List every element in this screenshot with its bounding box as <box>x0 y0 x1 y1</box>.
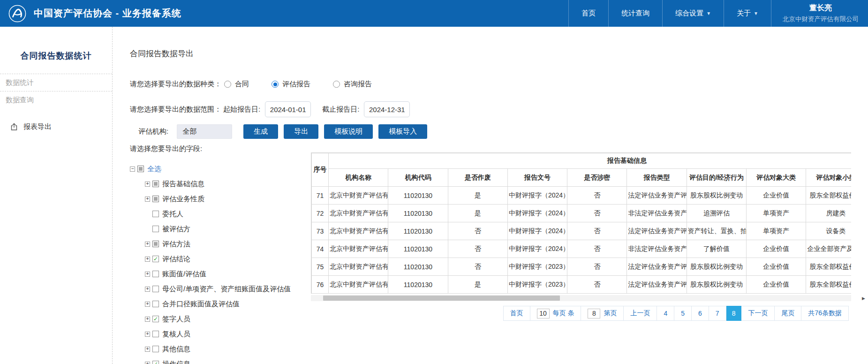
check-icon: ✓ <box>153 316 158 322</box>
page-size-input[interactable] <box>537 309 550 318</box>
expand-icon[interactable]: + <box>145 317 150 322</box>
tree-item-label[interactable]: 报告基础信息 <box>162 180 204 189</box>
table-cell: 中财评报字（2024）第003号 <box>507 205 567 222</box>
expand-icon[interactable]: + <box>145 362 150 364</box>
sidebar-item-data-query[interactable]: 数据查询 <box>0 91 112 108</box>
nav-item[interactable]: 综合设置▼ <box>662 0 724 27</box>
tree-item[interactable]: −全选 <box>130 161 291 176</box>
expand-icon[interactable]: + <box>145 197 150 202</box>
expand-icon[interactable]: + <box>145 182 150 187</box>
page-next-button[interactable]: 下一页 <box>741 306 775 321</box>
export-button[interactable]: 导出 <box>284 124 318 139</box>
nav-item[interactable]: 统计查询 <box>608 0 662 27</box>
radio-selected-icon[interactable] <box>272 81 279 88</box>
generate-button[interactable]: 生成 <box>243 124 278 139</box>
tree-item[interactable]: +✓评估结论 <box>145 251 291 266</box>
scrollbar-right-arrow-icon[interactable]: ▶ <box>862 296 865 301</box>
scrollbar-thumb[interactable] <box>323 296 560 301</box>
tree-item-label[interactable]: 评估方法 <box>162 240 190 249</box>
table-cell: 11020130 <box>388 258 448 276</box>
table-cell: 非法定评估业务资产评估报告 <box>627 240 687 258</box>
tree-item-label[interactable]: 评估业务性质 <box>162 195 204 204</box>
sidebar-item-data-statistics[interactable]: 数据统计 <box>0 74 112 91</box>
tree-item-label[interactable]: 合并口径账面值及评估值 <box>162 300 240 309</box>
expand-icon[interactable]: + <box>145 242 150 247</box>
data-type-option[interactable]: 合同 <box>224 80 249 89</box>
radio-icon[interactable] <box>333 81 340 88</box>
expand-icon[interactable]: + <box>145 332 150 337</box>
table-cell: 股东股权比例变动 <box>687 258 746 276</box>
tree-item-label[interactable]: 其他信息 <box>162 345 190 354</box>
tree-item-label[interactable]: 签字人员 <box>162 315 190 324</box>
tree-checkbox-partial[interactable] <box>152 241 159 247</box>
nav-item[interactable]: 关于▼ <box>724 0 771 27</box>
action-button-group: 生成导出模板说明模板导入 <box>238 124 427 139</box>
template-help-button[interactable]: 模板说明 <box>324 124 373 139</box>
data-type-option[interactable]: 评估报告 <box>272 80 310 89</box>
expand-icon[interactable]: + <box>145 347 150 352</box>
table-cell: 企业价值 <box>747 187 806 205</box>
tree-item[interactable]: +✓签字人员 <box>145 311 291 326</box>
tree-item-label[interactable]: 全选 <box>147 165 161 174</box>
tree-checkbox-unchecked[interactable] <box>152 286 159 292</box>
tree-checkbox-partial[interactable] <box>152 181 159 187</box>
tree-checkbox-unchecked[interactable] <box>152 211 159 217</box>
tree-item[interactable]: +合并口径账面值及评估值 <box>145 296 291 311</box>
tree-checkbox-checked[interactable]: ✓ <box>152 316 159 322</box>
tree-checkbox-partial[interactable] <box>152 196 159 202</box>
tree-item[interactable]: 被评估方 <box>145 221 291 236</box>
column-header: 评估对象大类 <box>747 169 806 187</box>
page-number-button[interactable]: 4 <box>657 306 674 321</box>
page-number-button[interactable]: 8 <box>726 306 742 321</box>
expand-icon[interactable]: + <box>145 287 150 292</box>
tree-item-label[interactable]: 被评估方 <box>162 225 190 234</box>
tree-checkbox-unchecked[interactable] <box>152 331 159 337</box>
tree-item[interactable]: +报告基础信息 <box>145 176 291 191</box>
tree-item[interactable]: +评估方法 <box>145 236 291 251</box>
page-prev-button[interactable]: 上一页 <box>624 306 657 321</box>
tree-item[interactable]: +账面值/评估值 <box>145 266 291 281</box>
template-import-button[interactable]: 模板导入 <box>378 124 427 139</box>
page-number-button[interactable]: 5 <box>674 306 692 321</box>
tree-item-label[interactable]: 委托人 <box>162 210 183 219</box>
tree-item-label[interactable]: 母公司/单项资产、资产组账面值及评估值 <box>162 285 291 294</box>
tree-checkbox-unchecked[interactable] <box>152 346 159 352</box>
tree-item[interactable]: 委托人 <box>145 206 291 221</box>
sidebar-export-label: 报表导出 <box>23 122 52 131</box>
tree-checkbox-unchecked[interactable] <box>152 226 159 232</box>
table-horizontal-scrollbar[interactable] <box>311 295 851 301</box>
data-type-option[interactable]: 咨询报告 <box>333 80 372 89</box>
tree-checkbox-unchecked[interactable] <box>152 301 159 307</box>
page-first-button[interactable]: 首页 <box>503 306 530 321</box>
start-date-input[interactable] <box>265 101 311 117</box>
tree-item-label[interactable]: 复核人员 <box>162 330 190 339</box>
collapse-icon[interactable]: − <box>130 167 135 172</box>
org-select-input[interactable] <box>177 124 232 139</box>
expand-icon[interactable]: + <box>145 302 150 307</box>
tree-item-label[interactable]: 操作信息 <box>162 360 190 364</box>
user-box[interactable]: 董长亮 北京中财资产评估有限公司 <box>771 0 868 27</box>
tree-item-label[interactable]: 账面值/评估值 <box>162 270 206 279</box>
page-number-button[interactable]: 7 <box>709 306 726 321</box>
tree-checkbox-partial[interactable] <box>137 166 144 172</box>
end-date-input[interactable] <box>364 101 410 117</box>
expand-icon[interactable]: + <box>145 272 150 277</box>
tree-checkbox-unchecked[interactable] <box>152 271 159 277</box>
tree-item-label[interactable]: 评估结论 <box>162 255 190 264</box>
tree-item[interactable]: +其他信息 <box>145 341 291 356</box>
table-cell: 否 <box>567 222 627 240</box>
sidebar-item-report-export[interactable]: 报表导出 <box>0 120 112 134</box>
radio-icon[interactable] <box>224 81 231 88</box>
page-number-button[interactable]: 6 <box>692 306 709 321</box>
goto-page-input[interactable] <box>588 309 600 318</box>
tree-item[interactable]: +母公司/单项资产、资产组账面值及评估值 <box>145 281 291 296</box>
tree-checkbox-checked[interactable]: ✓ <box>152 256 159 262</box>
expand-icon[interactable]: + <box>145 257 150 262</box>
nav-item[interactable]: 首页 <box>568 0 608 27</box>
page-last-button[interactable]: 尾页 <box>775 306 801 321</box>
tree-checkbox-checked[interactable]: ✓ <box>152 361 159 364</box>
tree-item[interactable]: +✓操作信息 <box>145 356 291 364</box>
export-icon <box>10 123 18 131</box>
tree-item[interactable]: +复核人员 <box>145 326 291 341</box>
tree-item[interactable]: +评估业务性质 <box>145 191 291 206</box>
